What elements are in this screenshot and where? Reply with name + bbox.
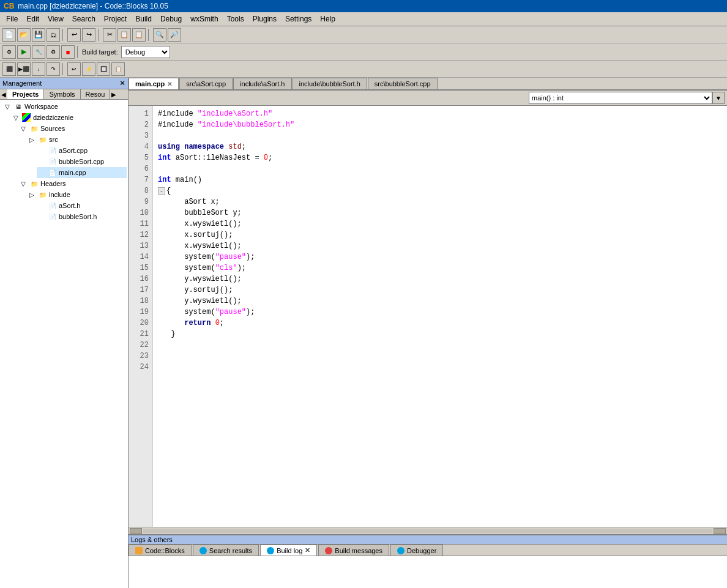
debug-btn7[interactable]: 🔲 bbox=[97, 62, 110, 76]
bottom-panel-header: Logs & others bbox=[129, 535, 727, 545]
build-target-label: Build target: bbox=[82, 48, 118, 56]
menu-tools[interactable]: Tools bbox=[223, 13, 248, 24]
bottom-tab-build-messages[interactable]: Build messages bbox=[318, 545, 389, 556]
scrollbar-track[interactable] bbox=[143, 529, 712, 533]
bottom-tabs: Code::Blocks Search results Build log ✕ … bbox=[129, 545, 727, 556]
menu-edit[interactable]: Edit bbox=[23, 13, 43, 24]
find2-button[interactable]: 🔎 bbox=[168, 28, 181, 42]
menu-file[interactable]: File bbox=[2, 13, 21, 24]
bottom-content bbox=[129, 556, 727, 588]
sidebar-nav-left[interactable]: ◀ bbox=[0, 89, 7, 99]
menu-build[interactable]: Build bbox=[132, 13, 155, 24]
debug-btn5[interactable]: ↩ bbox=[67, 62, 81, 76]
redo-button[interactable]: ↪ bbox=[82, 28, 95, 42]
main-layout: Management ✕ ◀ Projects Symbols Resou ▶ … bbox=[0, 78, 727, 588]
sidebar-tab-symbols[interactable]: Symbols bbox=[44, 89, 80, 99]
bottom-tab-build-log[interactable]: Build log ✕ bbox=[260, 545, 317, 556]
logs-others-label: Logs & others bbox=[131, 536, 173, 543]
debug-btn8[interactable]: 📋 bbox=[111, 62, 125, 76]
editor-area: main.cpp ✕ src\aSort.cpp include\aSort.h… bbox=[129, 78, 727, 588]
bottom-panel: Logs & others Code::Blocks Search result… bbox=[129, 534, 727, 588]
scrollbar-right[interactable] bbox=[714, 528, 726, 534]
toolbar3: ⬛ ▶⬛ ↓ ↷ ↩ ⚡ 🔲 📋 bbox=[0, 61, 727, 78]
src-expand-icon[interactable]: ▷ bbox=[27, 135, 37, 144]
menu-view[interactable]: View bbox=[44, 13, 67, 24]
menu-settings[interactable]: Settings bbox=[281, 13, 315, 24]
tree-bubblesort-h[interactable]: 📄 bubbleSort.h bbox=[37, 211, 127, 222]
tree-project[interactable]: ▽ dziedziczenie bbox=[11, 112, 127, 123]
save-all-button[interactable]: 🗂 bbox=[47, 28, 60, 42]
include-expand-icon[interactable]: ▷ bbox=[27, 190, 37, 199]
tree-main-cpp[interactable]: 📄 main.cpp bbox=[37, 167, 127, 178]
open-button[interactable]: 📂 bbox=[17, 28, 31, 42]
new-button[interactable]: 📄 bbox=[2, 28, 16, 42]
paste-button[interactable]: 📋 bbox=[132, 28, 146, 42]
run-button[interactable]: ▶ bbox=[17, 45, 31, 59]
tab-close-main-cpp[interactable]: ✕ bbox=[167, 81, 172, 87]
bottom-tab-search-results[interactable]: Search results bbox=[193, 545, 259, 556]
codeblocks-tab-label: Code::Blocks bbox=[145, 547, 185, 554]
menu-project[interactable]: Project bbox=[100, 13, 130, 24]
bottom-tab-debugger[interactable]: Debugger bbox=[390, 545, 443, 556]
build-prev-button[interactable]: ⚙ bbox=[2, 45, 16, 59]
workspace-icon: 🖥 bbox=[13, 102, 23, 111]
menu-wxsmith[interactable]: wxSmith bbox=[187, 13, 222, 24]
workspace-expand-icon[interactable]: ▽ bbox=[2, 102, 12, 111]
tree-src[interactable]: ▷ 📁 src bbox=[27, 134, 127, 145]
undo-button[interactable]: ↩ bbox=[67, 28, 81, 42]
tree-headers[interactable]: ▽ 📁 Headers bbox=[18, 178, 127, 189]
function-dropdown[interactable]: main() : int bbox=[529, 92, 712, 104]
sidebar-nav-right[interactable]: ▶ bbox=[110, 89, 117, 99]
include-label: include bbox=[49, 191, 70, 198]
find-button[interactable]: 🔍 bbox=[153, 28, 166, 42]
asort-cpp-label: aSort.cpp bbox=[59, 147, 88, 154]
tree-include[interactable]: ▷ 📁 include bbox=[27, 189, 127, 200]
editor-horizontal-scrollbar[interactable] bbox=[129, 527, 727, 534]
build-target-select[interactable]: Debug Release bbox=[121, 46, 170, 58]
editor-tab-asort-cpp[interactable]: src\aSort.cpp bbox=[179, 78, 233, 89]
build-log-tab-close[interactable]: ✕ bbox=[305, 546, 310, 554]
copy-button[interactable]: 📋 bbox=[117, 28, 131, 42]
sidebar-tree: ▽ 🖥 Workspace ▽ dziedziczenie ▽ 📁 Source… bbox=[0, 100, 128, 588]
stop-button[interactable]: ■ bbox=[61, 45, 75, 59]
tab-label-bubblesort-cpp: src\bubbleSort.cpp bbox=[375, 80, 431, 87]
sidebar-close-icon[interactable]: ✕ bbox=[119, 79, 125, 87]
code-content[interactable]: #include "include\aSort.h" #include "inc… bbox=[153, 106, 727, 527]
cut-button[interactable]: ✂ bbox=[103, 28, 116, 42]
editor-tab-main-cpp[interactable]: main.cpp ✕ bbox=[129, 78, 179, 89]
menu-plugins[interactable]: Plugins bbox=[249, 13, 280, 24]
debug-btn2[interactable]: ▶⬛ bbox=[17, 62, 31, 76]
menu-search[interactable]: Search bbox=[69, 13, 99, 24]
tree-asort-h[interactable]: 📄 aSort.h bbox=[37, 200, 127, 211]
menu-debug[interactable]: Debug bbox=[157, 13, 185, 24]
debug-btn3[interactable]: ↓ bbox=[32, 62, 45, 76]
sources-expand-icon[interactable]: ▽ bbox=[18, 124, 28, 133]
title-bar: CB main.cpp [dziedziczenie] - Code::Bloc… bbox=[0, 0, 727, 12]
headers-expand-icon[interactable]: ▽ bbox=[18, 179, 28, 188]
editor-tab-bar: main.cpp ✕ src\aSort.cpp include\aSort.h… bbox=[129, 78, 727, 91]
tree-sources[interactable]: ▽ 📁 Sources bbox=[18, 123, 127, 134]
project-expand-icon[interactable]: ▽ bbox=[11, 113, 21, 122]
tree-bubblesort-cpp[interactable]: 📄 bubbleSort.cpp bbox=[37, 156, 127, 167]
code-editor[interactable]: 1 2 3 4 5 6 7 8 9 10 11 12 13 14 15 16 1… bbox=[129, 106, 727, 527]
build-button[interactable]: 🔧 bbox=[32, 45, 45, 59]
menu-help[interactable]: Help bbox=[316, 13, 339, 24]
debug-btn4[interactable]: ↷ bbox=[47, 62, 60, 76]
editor-tab-bubblesort-cpp[interactable]: src\bubbleSort.cpp bbox=[368, 78, 438, 89]
rebuild-button[interactable]: ♻ bbox=[47, 45, 60, 59]
headers-label: Headers bbox=[40, 180, 66, 187]
sidebar-tab-resou[interactable]: Resou bbox=[81, 89, 111, 99]
window-title: main.cpp [dziedziczenie] - Code::Blocks … bbox=[18, 2, 168, 10]
editor-tab-bubblesort-h[interactable]: include\bubbleSort.h bbox=[293, 78, 367, 89]
debug-btn1[interactable]: ⬛ bbox=[2, 62, 16, 76]
scrollbar-left[interactable] bbox=[130, 528, 142, 534]
bottom-tab-codeblocks[interactable]: Code::Blocks bbox=[129, 545, 192, 556]
tree-workspace[interactable]: ▽ 🖥 Workspace bbox=[1, 101, 127, 112]
tree-asort-cpp[interactable]: 📄 aSort.cpp bbox=[37, 145, 127, 156]
func-dropdown-arrow[interactable]: ▼ bbox=[712, 92, 725, 104]
sidebar-tab-projects[interactable]: Projects bbox=[7, 89, 44, 99]
debug-btn6[interactable]: ⚡ bbox=[82, 62, 95, 76]
editor-tab-asort-h[interactable]: include\aSort.h bbox=[233, 78, 291, 89]
toolbar-sep5 bbox=[62, 63, 65, 75]
save-button[interactable]: 💾 bbox=[32, 28, 45, 42]
